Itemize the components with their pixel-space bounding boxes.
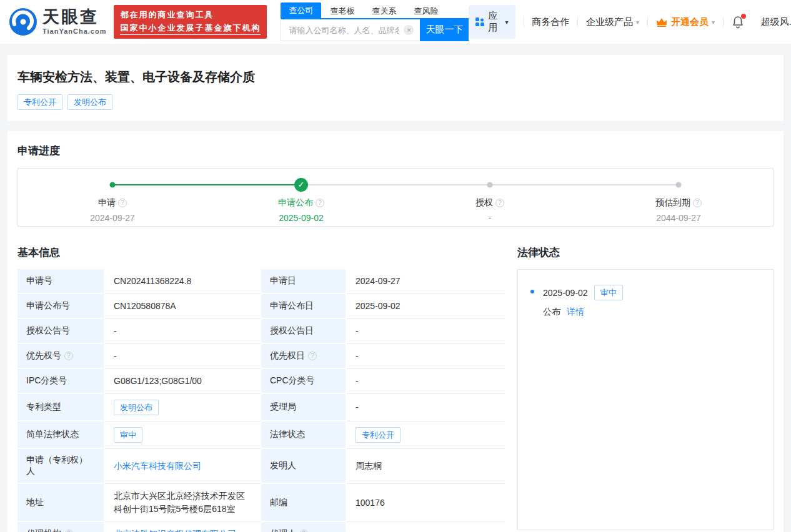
timeline-dot-apply (110, 182, 116, 188)
status-badge[interactable]: 发明公布 (114, 400, 159, 415)
search-tab-relation[interactable]: 查关系 (363, 4, 405, 18)
notification-bell[interactable] (732, 16, 744, 29)
help-icon[interactable]: ? (308, 352, 317, 360)
search-tab-risk[interactable]: 查风险 (405, 4, 447, 18)
field-label: 地址 (26, 497, 44, 507)
tag-patent-open[interactable]: 专利公开 (17, 94, 62, 110)
field-value: CN120580878A (114, 301, 176, 311)
table-row: 优先权号 ? - 优先权日 ? - (17, 344, 505, 369)
field-label: 授权公告号 (26, 325, 70, 335)
notification-dot (741, 14, 746, 19)
header-nav: 应用 ▾ 商务合作 企业级产品 ▾ 开通会员 ▾ (469, 5, 791, 39)
table-row: IPC分类号 G08G1/123;G08G1/00 CPC分类号 - (17, 369, 505, 394)
bullet-icon (530, 290, 534, 293)
chevron-down-icon: ▾ (636, 19, 639, 26)
field-label: 邮编 (270, 497, 287, 507)
promo-banner: 都在用的商业查询工具 国家中小企业发展子基金旗下机构 (114, 5, 267, 38)
agency-link[interactable]: 北京法胜知识产权代理有限公司 (114, 529, 236, 532)
field-label: 优先权号 (26, 350, 61, 362)
header: 天眼查 TianYanCha.com 都在用的商业查询工具 国家中小企业发展子基… (0, 0, 791, 44)
apps-grid-icon (475, 17, 484, 26)
help-icon[interactable]: ? (118, 199, 127, 207)
tag-invention-publish[interactable]: 发明公布 (67, 94, 112, 110)
field-value: 100176 (356, 498, 385, 508)
search-input[interactable] (281, 18, 420, 41)
divider (752, 17, 753, 27)
step-label: 申请公布 (278, 197, 313, 209)
step-label: 授权 (475, 197, 493, 209)
table-row: 简单法律状态 审中 法律状态 专利公开 (17, 421, 505, 449)
status-badge[interactable]: 审中 (594, 285, 623, 300)
table-row: 地址 北京市大兴区北京经济技术开发区科创十街15号院5号楼6层618室 邮编 1… (17, 484, 505, 522)
field-label: 代理机构 (26, 528, 61, 532)
field-value: - (356, 326, 359, 336)
search-tabs: 查公司 查老板 查关系 查风险 (281, 2, 469, 18)
help-icon[interactable]: ? (316, 199, 324, 207)
help-icon[interactable]: ? (64, 352, 73, 360)
field-label: 法律状态 (270, 429, 305, 439)
applicant-link[interactable]: 小米汽车科技有限公司 (114, 461, 201, 471)
step-label: 申请 (98, 197, 116, 209)
application-timeline: ✓ 申请 ? 2024-09-27 申请公布 ? 2025-09-02 授权 (17, 168, 774, 227)
search-area: 查公司 查老板 查关系 查风险 × 天眼一下 (281, 2, 469, 41)
table-row: 申请（专利权）人 小米汽车科技有限公司 发明人 周志桐 (17, 449, 505, 484)
page-title: 车辆安检方法、装置、电子设备及存储介质 (17, 69, 774, 86)
chevron-down-icon: ▾ (712, 19, 715, 26)
field-label: 专利类型 (26, 401, 61, 411)
field-label: 申请日 (270, 275, 296, 285)
nav-enterprise[interactable]: 企业级产品 ▾ (586, 16, 639, 28)
status-badge[interactable]: 专利公开 (356, 427, 400, 443)
status-badge[interactable]: 审中 (114, 427, 142, 443)
timeline-segment-done (112, 184, 301, 185)
legal-status-panel: 2025-09-02 审中 公布 详情 (517, 269, 774, 530)
field-value: 北京市大兴区北京经济技术开发区科创十街15号院5号楼6层618室 (114, 491, 245, 514)
field-value: G08G1/123;G08G1/00 (114, 376, 202, 386)
field-value: - (356, 529, 359, 532)
nav-vip-label: 开通会员 (671, 16, 709, 28)
patent-title-card: 车辆安检方法、装置、电子设备及存储介质 专利公开 发明公布 (7, 55, 784, 121)
help-icon[interactable]: ? (693, 199, 702, 207)
nav-vip[interactable]: 开通会员 ▾ (656, 16, 715, 28)
list-item: 2025-09-02 审中 公布 详情 (530, 285, 760, 318)
help-icon[interactable]: ? (64, 530, 73, 532)
field-label: 受理局 (270, 401, 296, 411)
nav-partner[interactable]: 商务合作 (532, 16, 569, 28)
timeline-dot-grant (487, 182, 493, 188)
step-date: - (396, 213, 584, 223)
divider (524, 17, 524, 27)
crown-icon (656, 17, 667, 27)
field-label: 申请公布号 (26, 300, 70, 310)
detail-link[interactable]: 详情 (567, 307, 584, 317)
check-icon: ✓ (294, 178, 308, 192)
help-icon[interactable]: ? (299, 530, 308, 532)
field-value: - (356, 402, 359, 412)
timeline-step-publish: 申请公布 ? 2025-09-02 (207, 197, 396, 223)
table-row: 专利类型 发明公布 受理局 - (17, 394, 505, 421)
field-value: - (114, 326, 117, 336)
table-row: 申请号 CN202411368224.8 申请日 2024-09-27 (17, 269, 505, 294)
nav-super-risk[interactable]: 超级风... ▾ (761, 16, 791, 28)
main-content: 申请进度 ✓ 申请 ? 2024-09-27 申请公布 ? 2025-09-02 (7, 131, 784, 532)
legal-status-action: 公布 (543, 307, 560, 317)
tianyancha-logo[interactable]: 天眼查 TianYanCha.com (9, 7, 106, 36)
field-value: - (114, 351, 117, 361)
field-label: 授权公告日 (270, 325, 314, 335)
help-icon[interactable]: ? (495, 199, 504, 207)
clear-icon[interactable]: × (404, 25, 414, 35)
promo-banner-line2: 国家中小企业发展子基金旗下机构 (120, 22, 261, 35)
nav-partner-label: 商务合作 (532, 16, 569, 28)
search-tab-company[interactable]: 查公司 (281, 2, 321, 18)
search-button[interactable]: 天眼一下 (420, 18, 469, 41)
field-label: 申请（专利权）人 (26, 455, 87, 476)
field-value: 2025-09-02 (356, 301, 400, 311)
logo-brand-text: 天眼查 (42, 9, 106, 26)
logo-domain-text: TianYanCha.com (42, 27, 106, 35)
table-row: 代理机构 ? 北京法胜知识产权代理有限公司 代理人 ? - (17, 522, 505, 532)
search-tab-boss[interactable]: 查老板 (321, 4, 363, 18)
timeline-step-apply: 申请 ? 2024-09-27 (18, 197, 207, 223)
field-label: 发明人 (270, 460, 296, 470)
field-label: 简单法律状态 (26, 429, 79, 439)
field-value: - (356, 351, 359, 361)
nav-apps[interactable]: 应用 ▾ (469, 5, 515, 39)
table-row: 申请公布号 CN120580878A 申请公布日 2025-09-02 (17, 294, 505, 319)
